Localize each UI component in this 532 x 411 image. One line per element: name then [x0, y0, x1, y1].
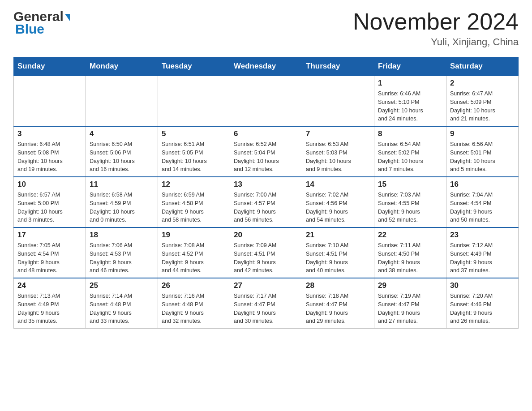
week-row-3: 10Sunrise: 6:57 AM Sunset: 5:00 PM Dayli… [14, 177, 519, 227]
calendar-cell: 1Sunrise: 6:46 AM Sunset: 5:10 PM Daylig… [374, 76, 446, 126]
day-info: Sunrise: 7:18 AM Sunset: 4:47 PM Dayligh… [306, 292, 370, 325]
calendar-cell: 21Sunrise: 7:10 AM Sunset: 4:51 PM Dayli… [302, 227, 374, 278]
day-number: 11 [90, 180, 154, 189]
day-number: 29 [378, 281, 442, 290]
day-number: 10 [17, 180, 82, 189]
calendar-cell: 8Sunrise: 6:54 AM Sunset: 5:02 PM Daylig… [374, 126, 446, 177]
day-info: Sunrise: 7:06 AM Sunset: 4:53 PM Dayligh… [90, 241, 154, 275]
week-row-5: 24Sunrise: 7:13 AM Sunset: 4:49 PM Dayli… [14, 278, 519, 329]
day-info: Sunrise: 6:48 AM Sunset: 5:08 PM Dayligh… [17, 140, 82, 174]
day-number: 8 [378, 129, 442, 138]
day-number: 6 [234, 129, 298, 138]
day-number: 28 [306, 281, 370, 290]
calendar-cell: 2Sunrise: 6:47 AM Sunset: 5:09 PM Daylig… [446, 76, 519, 126]
day-info: Sunrise: 6:53 AM Sunset: 5:03 PM Dayligh… [306, 140, 370, 174]
logo-blue: Blue [15, 22, 44, 36]
day-info: Sunrise: 7:03 AM Sunset: 4:55 PM Dayligh… [378, 191, 442, 224]
day-number: 1 [378, 79, 442, 88]
calendar-cell: 27Sunrise: 7:17 AM Sunset: 4:47 PM Dayli… [230, 278, 302, 329]
day-number: 16 [450, 180, 515, 189]
day-number: 22 [378, 231, 442, 240]
day-info: Sunrise: 7:04 AM Sunset: 4:54 PM Dayligh… [450, 191, 515, 224]
day-number: 15 [378, 180, 442, 189]
calendar-cell: 14Sunrise: 7:02 AM Sunset: 4:56 PM Dayli… [302, 177, 374, 227]
weekday-header-wednesday: Wednesday [230, 57, 302, 76]
day-info: Sunrise: 6:51 AM Sunset: 5:05 PM Dayligh… [162, 140, 226, 174]
day-info: Sunrise: 7:19 AM Sunset: 4:47 PM Dayligh… [378, 292, 442, 325]
day-number: 20 [234, 231, 298, 240]
day-number: 2 [450, 79, 515, 88]
calendar-cell: 22Sunrise: 7:11 AM Sunset: 4:50 PM Dayli… [374, 227, 446, 278]
day-info: Sunrise: 7:05 AM Sunset: 4:54 PM Dayligh… [17, 241, 82, 275]
day-info: Sunrise: 6:56 AM Sunset: 5:01 PM Dayligh… [450, 140, 515, 174]
calendar-table: SundayMondayTuesdayWednesdayThursdayFrid… [13, 57, 519, 329]
calendar-cell [86, 76, 158, 126]
day-info: Sunrise: 6:58 AM Sunset: 4:59 PM Dayligh… [90, 191, 154, 224]
weekday-header-monday: Monday [86, 57, 158, 76]
month-title: November 2024 [353, 9, 519, 34]
calendar-cell: 30Sunrise: 7:20 AM Sunset: 4:46 PM Dayli… [446, 278, 519, 329]
calendar-cell: 16Sunrise: 7:04 AM Sunset: 4:54 PM Dayli… [446, 177, 519, 227]
calendar-cell: 11Sunrise: 6:58 AM Sunset: 4:59 PM Dayli… [86, 177, 158, 227]
day-number: 23 [450, 231, 515, 240]
day-info: Sunrise: 6:52 AM Sunset: 5:04 PM Dayligh… [234, 140, 298, 174]
day-number: 19 [162, 231, 226, 240]
calendar-cell: 9Sunrise: 6:56 AM Sunset: 5:01 PM Daylig… [446, 126, 519, 177]
day-number: 24 [17, 281, 82, 290]
calendar-cell: 19Sunrise: 7:08 AM Sunset: 4:52 PM Dayli… [158, 227, 230, 278]
calendar-cell: 24Sunrise: 7:13 AM Sunset: 4:49 PM Dayli… [14, 278, 86, 329]
calendar-cell: 6Sunrise: 6:52 AM Sunset: 5:04 PM Daylig… [230, 126, 302, 177]
calendar-cell: 7Sunrise: 6:53 AM Sunset: 5:03 PM Daylig… [302, 126, 374, 177]
day-info: Sunrise: 6:50 AM Sunset: 5:06 PM Dayligh… [90, 140, 154, 174]
weekday-header-tuesday: Tuesday [158, 57, 230, 76]
calendar-cell [14, 76, 86, 126]
day-number: 27 [234, 281, 298, 290]
day-info: Sunrise: 7:09 AM Sunset: 4:51 PM Dayligh… [234, 241, 298, 275]
day-info: Sunrise: 6:54 AM Sunset: 5:02 PM Dayligh… [378, 140, 442, 174]
calendar-cell: 25Sunrise: 7:14 AM Sunset: 4:48 PM Dayli… [86, 278, 158, 329]
weekday-header-thursday: Thursday [302, 57, 374, 76]
day-number: 9 [450, 129, 515, 138]
calendar-cell: 12Sunrise: 6:59 AM Sunset: 4:58 PM Dayli… [158, 177, 230, 227]
week-row-1: 1Sunrise: 6:46 AM Sunset: 5:10 PM Daylig… [14, 76, 519, 126]
day-info: Sunrise: 7:00 AM Sunset: 4:57 PM Dayligh… [234, 191, 298, 224]
day-info: Sunrise: 7:17 AM Sunset: 4:47 PM Dayligh… [234, 292, 298, 325]
page-header: General Blue November 2024 Yuli, Xinjian… [13, 9, 519, 48]
day-info: Sunrise: 6:57 AM Sunset: 5:00 PM Dayligh… [17, 191, 82, 224]
location: Yuli, Xinjiang, China [353, 36, 519, 48]
calendar-cell: 5Sunrise: 6:51 AM Sunset: 5:05 PM Daylig… [158, 126, 230, 177]
title-block: November 2024 Yuli, Xinjiang, China [353, 9, 519, 48]
day-info: Sunrise: 7:12 AM Sunset: 4:49 PM Dayligh… [450, 241, 515, 275]
calendar-cell: 15Sunrise: 7:03 AM Sunset: 4:55 PM Dayli… [374, 177, 446, 227]
calendar-cell: 3Sunrise: 6:48 AM Sunset: 5:08 PM Daylig… [14, 126, 86, 177]
day-info: Sunrise: 7:08 AM Sunset: 4:52 PM Dayligh… [162, 241, 226, 275]
weekday-header-sunday: Sunday [14, 57, 86, 76]
calendar-cell: 10Sunrise: 6:57 AM Sunset: 5:00 PM Dayli… [14, 177, 86, 227]
day-number: 26 [162, 281, 226, 290]
day-info: Sunrise: 6:59 AM Sunset: 4:58 PM Dayligh… [162, 191, 226, 224]
week-row-2: 3Sunrise: 6:48 AM Sunset: 5:08 PM Daylig… [14, 126, 519, 177]
logo: General Blue [13, 9, 70, 36]
day-number: 14 [306, 180, 370, 189]
day-info: Sunrise: 6:47 AM Sunset: 5:09 PM Dayligh… [450, 90, 515, 123]
calendar-cell [158, 76, 230, 126]
logo-triangle-icon [65, 14, 70, 21]
calendar-cell: 26Sunrise: 7:16 AM Sunset: 4:48 PM Dayli… [158, 278, 230, 329]
day-info: Sunrise: 7:14 AM Sunset: 4:48 PM Dayligh… [90, 292, 154, 325]
calendar-cell: 23Sunrise: 7:12 AM Sunset: 4:49 PM Dayli… [446, 227, 519, 278]
weekday-header-row: SundayMondayTuesdayWednesdayThursdayFrid… [14, 57, 519, 76]
calendar-cell: 18Sunrise: 7:06 AM Sunset: 4:53 PM Dayli… [86, 227, 158, 278]
day-number: 21 [306, 231, 370, 240]
day-info: Sunrise: 7:13 AM Sunset: 4:49 PM Dayligh… [17, 292, 82, 325]
day-number: 18 [90, 231, 154, 240]
calendar-cell: 20Sunrise: 7:09 AM Sunset: 4:51 PM Dayli… [230, 227, 302, 278]
day-info: Sunrise: 7:20 AM Sunset: 4:46 PM Dayligh… [450, 292, 515, 325]
calendar-cell [302, 76, 374, 126]
day-info: Sunrise: 7:11 AM Sunset: 4:50 PM Dayligh… [378, 241, 442, 275]
calendar-cell: 4Sunrise: 6:50 AM Sunset: 5:06 PM Daylig… [86, 126, 158, 177]
week-row-4: 17Sunrise: 7:05 AM Sunset: 4:54 PM Dayli… [14, 227, 519, 278]
calendar-cell: 28Sunrise: 7:18 AM Sunset: 4:47 PM Dayli… [302, 278, 374, 329]
day-number: 7 [306, 129, 370, 138]
day-number: 13 [234, 180, 298, 189]
calendar-cell: 29Sunrise: 7:19 AM Sunset: 4:47 PM Dayli… [374, 278, 446, 329]
